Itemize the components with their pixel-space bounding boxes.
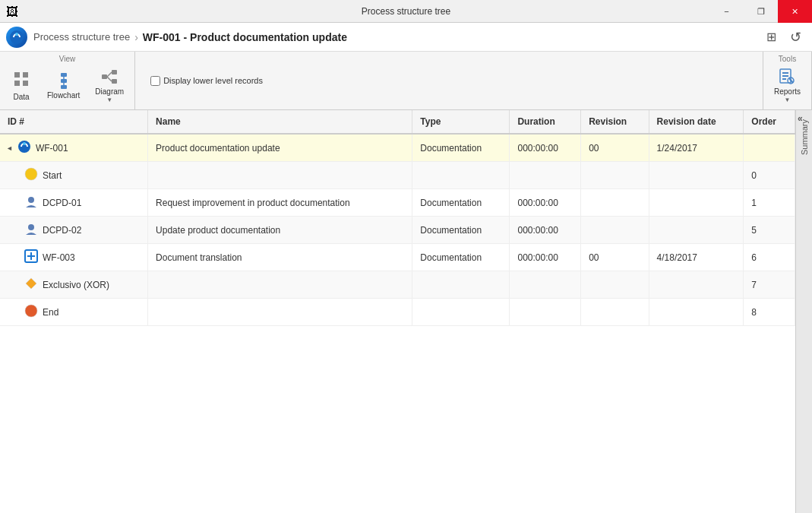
- row-type: Documentation: [412, 244, 510, 271]
- svg-rect-8: [61, 85, 67, 89]
- row-order: 7: [744, 271, 795, 299]
- row-duration: 000:00:00: [510, 244, 581, 271]
- col-name[interactable]: Name: [148, 110, 412, 134]
- app-logo: [6, 27, 27, 48]
- svg-point-24: [28, 197, 34, 203]
- col-duration[interactable]: Duration: [510, 110, 581, 134]
- view-section-label: View: [0, 53, 134, 63]
- close-button[interactable]: ✕: [778, 0, 812, 23]
- data-button[interactable]: Data: [5, 67, 38, 104]
- row-id-text: WF-001: [36, 143, 68, 154]
- row-order: [744, 134, 795, 162]
- table-header-row: ID # Name Type Duration Revision Revisio…: [0, 110, 795, 134]
- table-row[interactable]: DCPD-02Update product documentationDocum…: [0, 217, 795, 244]
- display-lower-label[interactable]: Display lower level records: [163, 76, 263, 85]
- table-row[interactable]: DCPD-01Request improvement in product do…: [0, 189, 795, 217]
- row-revision_date: [649, 189, 744, 217]
- refresh-button[interactable]: ↺: [785, 27, 806, 48]
- col-revision-date[interactable]: Revision date: [649, 110, 744, 134]
- svg-point-1: [15, 33, 18, 36]
- row-revision_date: 4/18/2017: [649, 244, 744, 271]
- row-duration: [510, 271, 581, 299]
- svg-line-14: [107, 72, 112, 77]
- breadcrumb-current: WF-001 - Product documentation update: [143, 31, 347, 43]
- reports-dropdown-arrow: ▼: [785, 97, 791, 103]
- row-duration: 000:00:00: [510, 134, 581, 162]
- toolbar-view-items: Data Flowchart: [0, 63, 134, 108]
- col-id[interactable]: ID #: [0, 110, 148, 134]
- toolbar: View Data: [0, 52, 812, 110]
- svg-rect-17: [782, 72, 788, 74]
- row-id-text: DCPD-01: [43, 198, 81, 208]
- row-type: Documentation: [412, 134, 510, 162]
- diagram-icon: [100, 68, 118, 87]
- breadcrumb-root[interactable]: Process structure tree: [33, 31, 130, 43]
- row-name: Document translation: [148, 244, 412, 271]
- reports-button[interactable]: Reports ▼: [768, 65, 807, 106]
- svg-rect-13: [112, 79, 117, 84]
- breadcrumb-separator: ›: [134, 31, 138, 43]
- toolbar-tools-items: Reports ▼: [763, 63, 811, 108]
- row-revision: [581, 162, 649, 189]
- table-row[interactable]: WF-003Document translationDocumentation0…: [0, 244, 795, 271]
- data-table[interactable]: ID # Name Type Duration Revision Revisio…: [0, 110, 795, 513]
- reports-icon: [778, 68, 796, 87]
- row-icon: [24, 249, 38, 265]
- col-revision[interactable]: Revision: [581, 110, 649, 134]
- restore-button[interactable]: ❐: [744, 0, 778, 23]
- pin-button[interactable]: ⊞: [760, 27, 782, 48]
- row-order: 0: [744, 162, 795, 189]
- app-bar: Process structure tree › WF-001 - Produc…: [0, 23, 812, 52]
- row-name: [148, 162, 412, 189]
- reports-label-group: Reports ▼: [774, 87, 801, 103]
- row-revision_date: [649, 217, 744, 244]
- table-row[interactable]: End8: [0, 299, 795, 326]
- row-type: [412, 271, 510, 299]
- svg-point-0: [10, 30, 24, 44]
- diagram-button[interactable]: Diagram ▼: [89, 65, 130, 106]
- diagram-button-label: Diagram: [95, 87, 124, 96]
- svg-rect-29: [26, 278, 36, 289]
- flowchart-icon: [55, 71, 73, 91]
- row-icon: [24, 304, 38, 320]
- row-name: Update product documentation: [148, 217, 412, 244]
- col-order[interactable]: Order: [744, 110, 795, 134]
- summary-panel[interactable]: « Summary: [795, 110, 812, 513]
- app-bar-actions: ⊞ ↺: [760, 27, 806, 48]
- row-id-text: DCPD-02: [43, 225, 81, 236]
- svg-point-30: [25, 305, 37, 317]
- toolbar-checkbox-area: Display lower level records: [135, 52, 763, 109]
- flowchart-button[interactable]: Flowchart: [41, 68, 86, 103]
- svg-rect-5: [23, 81, 28, 86]
- display-lower-checkbox[interactable]: [150, 76, 160, 86]
- row-revision: 00: [581, 134, 649, 162]
- row-type: Documentation: [412, 189, 510, 217]
- row-icon: [24, 277, 38, 293]
- svg-rect-3: [23, 72, 28, 78]
- svg-rect-12: [112, 70, 117, 74]
- toolbar-tools-section: Tools Reports ▼: [763, 52, 812, 109]
- minimize-button[interactable]: −: [709, 0, 744, 23]
- window-controls: − ❐ ✕: [709, 0, 812, 23]
- col-type[interactable]: Type: [412, 110, 510, 134]
- row-duration: [510, 299, 581, 326]
- row-type: [412, 162, 510, 189]
- row-order: 6: [744, 244, 795, 271]
- row-order: 1: [744, 189, 795, 217]
- svg-rect-6: [61, 73, 67, 77]
- table-row[interactable]: Start0: [0, 162, 795, 189]
- display-lower-level-group: Display lower level records: [144, 73, 269, 89]
- expand-arrow[interactable]: ◄: [6, 144, 13, 152]
- data-button-label: Data: [13, 93, 29, 101]
- row-type: [412, 299, 510, 326]
- table-row[interactable]: Exclusivo (XOR)7: [0, 271, 795, 299]
- row-duration: 000:00:00: [510, 189, 581, 217]
- window-title: Process structure tree: [362, 6, 450, 17]
- main-content: ID # Name Type Duration Revision Revisio…: [0, 110, 812, 513]
- svg-rect-11: [102, 74, 107, 79]
- pin-icon: ⊞: [766, 30, 776, 44]
- table-row[interactable]: ◄WF-001Product documentation updateDocum…: [0, 134, 795, 162]
- row-order: 8: [744, 299, 795, 326]
- title-bar: 🖼 Process structure tree − ❐ ✕: [0, 0, 812, 23]
- svg-point-22: [23, 142, 26, 145]
